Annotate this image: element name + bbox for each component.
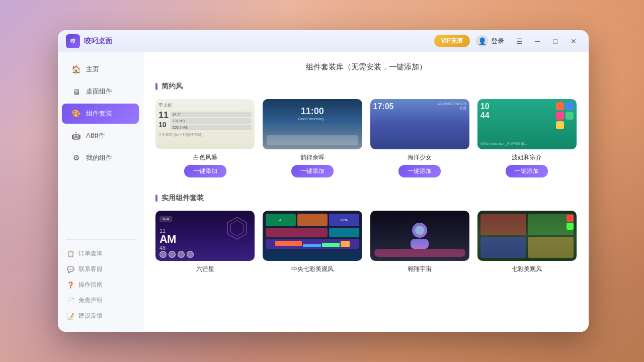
add-btn-yunlv[interactable]: 一键添加 <box>291 165 334 177</box>
feedback-label: 建议反馈 <box>78 312 103 320</box>
my-widget-icon: ⚙ <box>71 153 81 163</box>
thumb-baise: 早上好 1110 34.7° 731 MB 200.0 MB 注意避 <box>155 99 255 149</box>
sidebar-label-home: 主页 <box>86 65 99 74</box>
card-grid-practical: N/A 11 AM 48 <box>155 211 577 277</box>
thumb-haiyang-content: 17:05 ADMINISTRATOR桌面 <box>370 99 469 149</box>
vip-button[interactable]: VIP充值 <box>434 35 470 47</box>
thumb-liumanxing-content: N/A 11 AM 48 <box>155 211 255 261</box>
guide-icon: ❓ <box>67 282 74 289</box>
thumb-bona-content: 1044 <box>477 99 577 149</box>
sidebar-label-widget-suite: 组件套装 <box>86 109 112 118</box>
minimize-button[interactable]: ─ <box>530 34 544 48</box>
sidebar-item-home[interactable]: 🏠 主页 <box>62 59 139 79</box>
card-xiangyu-name: 翱翔宇宙 <box>408 265 432 274</box>
guide-link[interactable]: ❓ 操作指南 <box>58 277 143 293</box>
card-bona-name: 波姐和宗介 <box>512 153 542 162</box>
window-controls: ☰ ─ □ ✕ <box>512 34 581 48</box>
ai-icon: 🤖 <box>71 131 81 141</box>
desktop-icon: 🖥 <box>71 86 81 97</box>
sidebar-label-desktop-widget: 桌面组件 <box>86 87 112 96</box>
disclaimer-icon: 📄 <box>67 297 74 304</box>
card-liumanxing-name: 六芒星 <box>196 265 214 274</box>
sidebar-item-my-widget[interactable]: ⚙ 我的组件 <box>62 148 139 168</box>
card-yunlv[interactable]: 11:00 Good morning... 韵律余晖 一键添加 <box>263 99 362 177</box>
thumb-zhongyang: AI 28% <box>263 211 362 261</box>
thumb-yunlv: 11:00 Good morning... <box>263 99 362 149</box>
card-zhongyang-name: 中央七彩美观风 <box>291 265 334 274</box>
sidebar-label-ai-widget: AI组件 <box>86 131 105 140</box>
card-qicai-name: 七彩美观风 <box>512 265 542 274</box>
feedback-icon: 📝 <box>67 313 74 320</box>
add-btn-bona[interactable]: 一键添加 <box>506 165 548 177</box>
sidebar-item-ai-widget[interactable]: 🤖 AI组件 <box>62 126 139 146</box>
card-xiangyu[interactable]: 翱翔宇宙 <box>370 211 469 277</box>
feedback-link[interactable]: 📝 建议反馈 <box>58 308 143 324</box>
thumb-zhongyang-content: AI 28% <box>263 211 362 261</box>
card-baise[interactable]: 早上好 1110 34.7° 731 MB 200.0 MB 注意避 <box>155 99 255 177</box>
card-liumanxing[interactable]: N/A 11 AM 48 <box>155 211 255 277</box>
thumb-liumanxing: N/A 11 AM 48 <box>155 211 255 261</box>
main-window: 咬 咬叼桌面 VIP充值 👤 登录 ☰ ─ □ ✕ 🏠 主页 🖥 桌面组件 <box>58 30 589 332</box>
card-qicai[interactable]: 七彩美观风 <box>477 211 577 277</box>
guide-label: 操作指南 <box>78 281 103 289</box>
card-baise-name: 白色风暴 <box>193 153 217 162</box>
order-icon: 📋 <box>67 250 74 257</box>
disclaimer-label: 免责声明 <box>78 296 103 305</box>
card-zhongyang[interactable]: AI 28% <box>263 211 362 277</box>
panel-title: 组件套装库（无需安装，一键添加） <box>155 62 577 72</box>
sidebar-bottom: 📋 订单查询 💬 联系客服 ❓ 操作指南 📄 免责声明 📝 建议反馈 <box>58 244 143 326</box>
card-bona[interactable]: 1044 <box>477 99 577 177</box>
order-link[interactable]: 📋 订单查询 <box>58 246 143 261</box>
order-label: 订单查询 <box>78 249 103 258</box>
disclaimer-link[interactable]: 📄 免责声明 <box>58 293 143 308</box>
palette-icon: 🎨 <box>71 109 81 119</box>
sidebar-label-my-widget: 我的组件 <box>86 153 112 162</box>
menu-button[interactable]: ☰ <box>512 34 526 48</box>
section-label-simple: 简约风 <box>155 82 577 91</box>
maximize-button[interactable]: □ <box>548 34 562 48</box>
svg-marker-1 <box>231 220 244 236</box>
thumb-bona: 1044 <box>477 99 577 149</box>
sidebar: 🏠 主页 🖥 桌面组件 🎨 组件套装 🤖 AI组件 ⚙ 我的组件 <box>58 52 143 332</box>
support-label: 联系客服 <box>78 265 103 274</box>
app-title: 咬叼桌面 <box>84 37 112 46</box>
section-practical-style: 实用组件套装 <box>155 194 577 277</box>
titlebar: 咬 咬叼桌面 VIP充值 👤 登录 ☰ ─ □ ✕ <box>58 30 589 52</box>
user-label: 登录 <box>491 37 504 46</box>
add-btn-baise[interactable]: 一键添加 <box>184 165 226 177</box>
support-icon: 💬 <box>67 266 74 273</box>
thumb-xiangyu <box>370 211 469 261</box>
thumb-qicai-content <box>477 211 577 261</box>
sidebar-item-widget-suite[interactable]: 🎨 组件套装 <box>62 104 139 124</box>
thumb-xiangyu-content <box>370 211 469 261</box>
user-area: 👤 登录 <box>476 35 504 47</box>
support-link[interactable]: 💬 联系客服 <box>58 261 143 277</box>
thumb-yunlv-content: 11:00 Good morning... <box>263 99 362 149</box>
sidebar-spacer <box>58 169 143 235</box>
home-icon: 🏠 <box>71 64 81 74</box>
section-label-practical: 实用组件套装 <box>155 194 577 203</box>
avatar: 👤 <box>476 35 488 47</box>
close-button[interactable]: ✕ <box>567 34 581 48</box>
sidebar-item-desktop-widget[interactable]: 🖥 桌面组件 <box>62 81 139 102</box>
add-btn-haiyang[interactable]: 一键添加 <box>398 165 441 177</box>
thumb-baise-content: 早上好 1110 34.7° 731 MB 200.0 MB 注意避 <box>155 99 255 149</box>
sidebar-divider <box>66 239 135 240</box>
card-yunlv-name: 韵律余晖 <box>300 153 325 162</box>
thumb-haiyang: 17:05 ADMINISTRATOR桌面 <box>370 99 469 149</box>
app-logo: 咬 <box>66 34 80 48</box>
section-simple-style: 简约风 早上好 1110 34.7° 731 MB <box>155 82 577 177</box>
main-content: 🏠 主页 🖥 桌面组件 🎨 组件套装 🤖 AI组件 ⚙ 我的组件 <box>58 52 589 332</box>
card-grid-simple: 早上好 1110 34.7° 731 MB 200.0 MB 注意避 <box>155 99 577 177</box>
content-panel: 组件套装库（无需安装，一键添加） 简约风 早上好 1110 <box>143 52 589 332</box>
card-haiyang[interactable]: 17:05 ADMINISTRATOR桌面 海洋少女 一键添加 <box>370 99 469 177</box>
card-haiyang-name: 海洋少女 <box>408 153 432 162</box>
thumb-qicai <box>477 211 577 261</box>
